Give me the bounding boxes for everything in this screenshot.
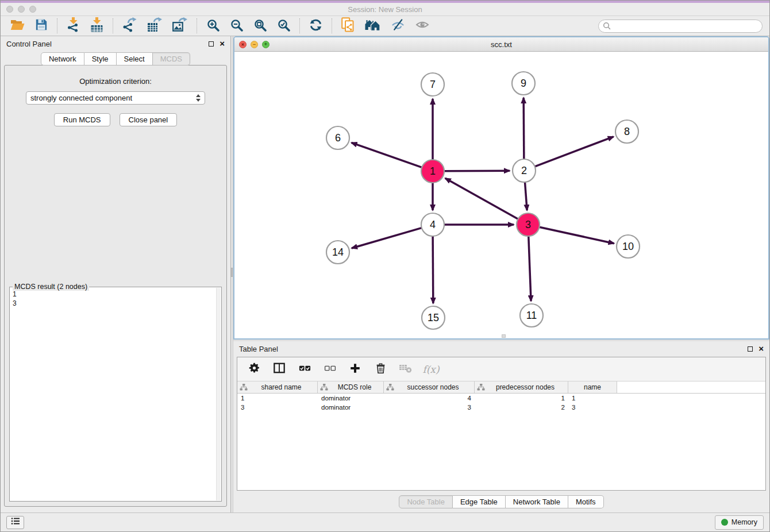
zoom-selected-button[interactable] [272, 17, 295, 34]
edge-1-2[interactable] [444, 171, 510, 171]
delete-button[interactable] [371, 360, 390, 379]
export-image-button[interactable] [167, 17, 192, 34]
toolbar-separator [332, 18, 332, 33]
memory-button[interactable]: Memory [715, 515, 764, 530]
close-view-icon[interactable] [239, 41, 247, 48]
edge-4-15[interactable] [433, 236, 433, 303]
edge-4-14[interactable] [352, 228, 422, 248]
cell-mcds-role: dominator [318, 395, 384, 402]
show-all-button[interactable] [410, 17, 434, 34]
table-tab-network-table[interactable]: Network Table [506, 495, 568, 508]
edge-3-11[interactable] [529, 236, 531, 301]
column-header-successor-nodes[interactable]: successor nodes [384, 381, 475, 393]
control-tab-mcds[interactable]: MCDS [153, 52, 190, 65]
cell-successor-nodes: 4 [384, 395, 475, 402]
result-scrollbar[interactable] [216, 288, 221, 500]
node-11[interactable]: 11 [520, 304, 543, 327]
edge-2-3[interactable] [525, 182, 527, 210]
application-window: Session: New Session [0, 0, 770, 532]
node-3[interactable]: 3 [517, 213, 540, 236]
split-view-button[interactable] [270, 360, 289, 379]
close-window-icon[interactable] [6, 6, 13, 13]
edge-3-1[interactable] [445, 178, 518, 219]
edge-3-10[interactable] [540, 227, 614, 243]
refresh-button[interactable] [304, 17, 328, 34]
export-network-button[interactable] [117, 17, 142, 34]
minimize-view-icon[interactable] [251, 41, 258, 48]
zoom-fit-button[interactable] [248, 17, 272, 34]
column-header-predecessor-nodes[interactable]: predecessor nodes [475, 381, 568, 393]
edge-2-9[interactable] [523, 98, 524, 159]
delete-column-button-disabled[interactable] [396, 360, 415, 379]
node-1[interactable]: 1 [421, 160, 444, 183]
zoom-out-button[interactable] [225, 17, 248, 34]
maximize-view-icon[interactable] [262, 41, 270, 48]
select-all-button[interactable] [295, 360, 314, 379]
mcds-result-line: 3 [13, 299, 218, 308]
function-builder-button-disabled[interactable]: f(x) [421, 360, 441, 379]
column-header-name[interactable]: name [568, 381, 617, 393]
network-graph[interactable]: 7968124314101511 [234, 52, 768, 338]
export-table-button[interactable] [142, 17, 167, 34]
float-panel-icon[interactable] [209, 41, 214, 47]
column-header-mcds-role[interactable]: MCDS role [318, 381, 384, 393]
first-neighbors-button[interactable] [359, 17, 386, 34]
hide-selected-button[interactable] [386, 17, 410, 34]
edge-1-6[interactable] [352, 142, 422, 167]
save-session-button[interactable] [30, 17, 53, 34]
svg-text:1: 1 [430, 165, 436, 177]
open-session-button[interactable] [5, 17, 30, 34]
hierarchy-icon [320, 384, 328, 391]
close-panel-button[interactable]: Close panel [120, 113, 178, 126]
table-settings-button[interactable] [244, 360, 264, 379]
table-tab-node-table[interactable]: Node Table [399, 495, 453, 508]
node-4[interactable]: 4 [421, 213, 444, 236]
add-column-button[interactable] [345, 360, 365, 379]
mcds-tab-content: Optimization criterion: strongly connect… [4, 65, 227, 507]
maximize-window-icon[interactable] [29, 6, 36, 13]
zoom-in-button[interactable] [201, 17, 225, 34]
toolbar-separator [299, 18, 300, 33]
column-header-shared-name[interactable]: shared name [237, 381, 318, 393]
node-2[interactable]: 2 [513, 159, 536, 182]
task-history-button[interactable] [6, 516, 24, 529]
edge-2-8[interactable] [535, 137, 614, 167]
table-row[interactable]: 3dominator323 [237, 403, 765, 412]
search-input[interactable] [598, 20, 763, 33]
table-row[interactable]: 1dominator411 [237, 394, 765, 403]
cell-shared-name: 3 [237, 404, 318, 411]
control-panel-header: Control Panel × [1, 36, 230, 51]
mcds-result-list[interactable]: 13 [10, 287, 221, 310]
table-tab-motifs[interactable]: Motifs [568, 495, 604, 508]
node-8[interactable]: 8 [615, 120, 638, 143]
window-controls[interactable] [6, 6, 36, 13]
node-14[interactable]: 14 [326, 241, 349, 264]
clone-network-button[interactable] [336, 17, 359, 34]
main-toolbar [1, 16, 769, 36]
node-9[interactable]: 9 [512, 72, 535, 95]
svg-text:15: 15 [428, 312, 439, 323]
canvas-splitter-grip-icon[interactable] [502, 334, 506, 338]
control-tab-network[interactable]: Network [41, 52, 84, 65]
import-network-button[interactable] [61, 17, 85, 34]
node-10[interactable]: 10 [617, 235, 640, 258]
criterion-select[interactable]: strongly connected component [26, 91, 205, 105]
minimize-window-icon[interactable] [18, 6, 25, 13]
node-7[interactable]: 7 [421, 73, 444, 96]
node-6[interactable]: 6 [326, 126, 349, 149]
plus-icon [349, 362, 361, 377]
float-table-panel-icon[interactable] [748, 346, 753, 352]
close-panel-icon[interactable]: × [220, 41, 225, 47]
close-table-panel-icon[interactable]: × [759, 346, 764, 352]
table-tab-edge-table[interactable]: Edge Table [453, 495, 506, 508]
control-tab-select[interactable]: Select [117, 52, 153, 65]
node-15[interactable]: 15 [422, 306, 445, 329]
import-table-button[interactable] [85, 17, 109, 34]
control-tab-style[interactable]: Style [84, 52, 117, 65]
network-canvas[interactable]: 7968124314101511 [234, 52, 768, 338]
run-mcds-button[interactable]: Run MCDS [54, 113, 110, 126]
network-window-titlebar[interactable]: scc.txt [234, 37, 768, 52]
splitter-grip-icon[interactable] [231, 268, 233, 277]
deselect-all-button[interactable] [320, 360, 340, 379]
mac-titlebar[interactable]: Session: New Session [1, 3, 769, 16]
